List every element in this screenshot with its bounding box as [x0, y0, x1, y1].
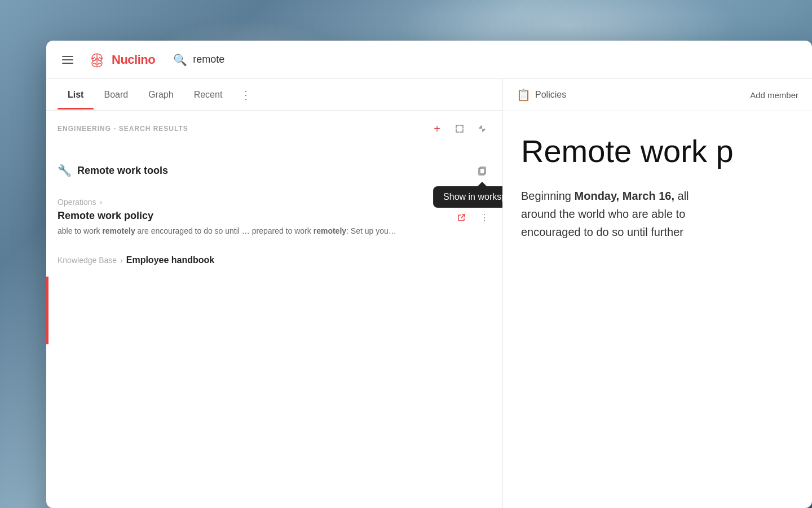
result-snippet-policy: able to work remotely are encouraged to …	[58, 225, 491, 237]
logo[interactable]: Nuclino	[87, 50, 155, 70]
breadcrumb-operations-text: Operations	[58, 198, 96, 207]
breadcrumb-arrow: ›	[99, 198, 102, 207]
document-icon: 📋	[517, 88, 531, 102]
left-accent-bar	[46, 277, 48, 344]
more-options-icon: ⋮	[480, 212, 489, 223]
search-query: remote	[193, 54, 224, 65]
result-item-handbook[interactable]: Knowledge Base › Employee handbook	[46, 246, 502, 278]
show-in-workspace-tooltip: Show in workspace	[433, 186, 502, 208]
document-title: Remote work p	[521, 134, 794, 169]
tab-board[interactable]: Board	[94, 81, 138, 109]
result-title-policy: Remote work policy	[58, 210, 491, 222]
expand-button[interactable]	[451, 120, 469, 138]
tooltip-container: Show in workspace	[473, 161, 491, 179]
tabs-more-button[interactable]: ⋮	[235, 79, 257, 111]
results-header: ENGINEERING - SEARCH RESULTS +	[46, 111, 502, 147]
search-icon: 🔍	[173, 53, 187, 67]
tabs-bar: List Board Graph Recent ⋮	[46, 79, 502, 111]
search-bar[interactable]: 🔍 remote	[164, 49, 390, 71]
collapse-button[interactable]	[473, 120, 491, 138]
tab-list[interactable]: List	[58, 81, 94, 109]
document-breadcrumb: 📋 Policies	[517, 88, 566, 102]
open-external-button[interactable]	[453, 208, 471, 226]
result-title-tools: Remote work tools	[77, 165, 467, 177]
results-list: 🔧 Remote work tools	[46, 147, 502, 508]
app-window: Nuclino 🔍 remote List Board Graph	[46, 41, 812, 508]
wrench-icon: 🔧	[58, 164, 72, 177]
result-item-header: 🔧 Remote work tools	[58, 161, 491, 179]
breadcrumb-arrow-2: ›	[120, 256, 123, 265]
doc-body-line1: Beginning Monday, March 16, all	[521, 187, 794, 205]
add-item-button[interactable]: +	[428, 120, 446, 138]
left-panel: List Board Graph Recent ⋮ ENGINEERING - …	[46, 79, 503, 508]
doc-body-line3: encouraged to do so until further	[521, 223, 794, 241]
logo-text: Nuclino	[112, 52, 155, 67]
right-panel: 📋 Policies Add member Remote work p Begi…	[503, 79, 812, 508]
results-label: ENGINEERING - SEARCH RESULTS	[58, 125, 422, 133]
external-link-icon	[457, 212, 467, 222]
right-header: 📋 Policies Add member	[503, 79, 812, 111]
document-body: Beginning Monday, March 16, all around t…	[521, 187, 794, 241]
breadcrumb-knowledge-text: Knowledge Base	[58, 256, 117, 265]
results-actions: +	[428, 120, 491, 138]
add-member-button[interactable]: Add member	[750, 90, 798, 100]
breadcrumb-operations: Operations ›	[58, 198, 491, 207]
result-actions-policy: ⋮	[453, 208, 493, 226]
app-header: Nuclino 🔍 remote	[46, 41, 812, 79]
expand-icon	[454, 124, 465, 134]
main-content: List Board Graph Recent ⋮ ENGINEERING - …	[46, 79, 812, 508]
tab-graph[interactable]: Graph	[138, 81, 183, 109]
brain-icon	[87, 50, 107, 70]
tab-recent[interactable]: Recent	[184, 81, 233, 109]
result-title-handbook: Employee handbook	[126, 255, 214, 265]
document-breadcrumb-text: Policies	[535, 90, 566, 100]
collapse-icon	[477, 124, 487, 134]
copy-button[interactable]	[473, 161, 491, 179]
document-content: Remote work p Beginning Monday, March 16…	[503, 111, 812, 508]
copy-icon	[477, 165, 487, 176]
breadcrumb-knowledge-base: Knowledge Base › Employee handbook	[58, 255, 491, 265]
menu-button[interactable]	[58, 51, 78, 68]
more-options-button-policy[interactable]: ⋮	[475, 208, 493, 226]
result-item-remote-tools[interactable]: 🔧 Remote work tools	[46, 152, 502, 189]
doc-body-line2: around the world who are able to	[521, 205, 794, 223]
